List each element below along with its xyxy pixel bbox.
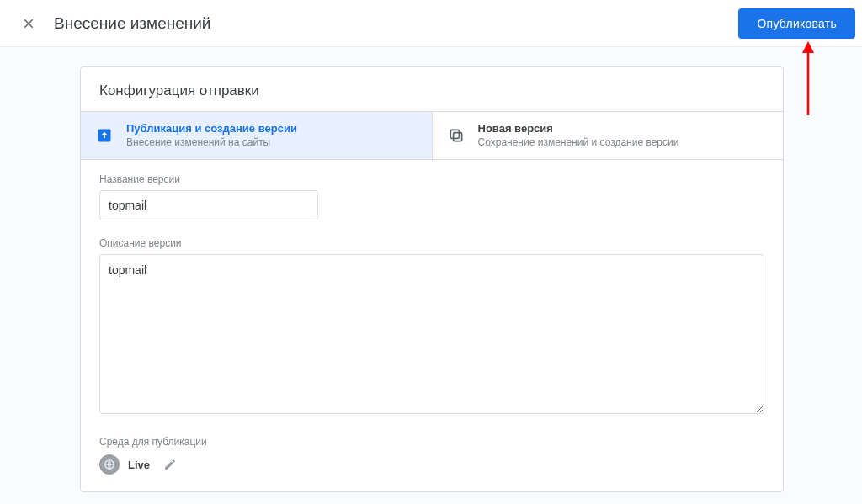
version-name-input[interactable] <box>99 190 318 220</box>
version-desc-block: Описание версии <box>99 237 764 417</box>
page-title: Внесение изменений <box>54 14 738 33</box>
tab-newversion[interactable]: Новая версия Сохранение изменений и созд… <box>432 112 784 159</box>
tab-text: Публикация и создание версии Внесение из… <box>126 122 297 149</box>
version-desc-textarea[interactable] <box>99 254 764 414</box>
tab-publish[interactable]: Публикация и создание версии Внесение из… <box>81 112 432 159</box>
svg-rect-1 <box>453 133 461 141</box>
publish-button[interactable]: Опубликовать <box>738 8 855 39</box>
tab-sub: Внесение изменений на сайты <box>126 136 297 150</box>
version-name-label: Название версии <box>99 173 764 185</box>
env-block: Среда для публикации Live <box>99 436 764 475</box>
version-desc-label: Описание версии <box>99 237 764 249</box>
tab-heading: Новая версия <box>478 122 679 136</box>
tab-sub: Сохранение изменений и создание версии <box>478 136 679 150</box>
card-body: Название версии Описание версии Среда дл… <box>81 160 783 491</box>
pencil-icon[interactable] <box>163 458 177 471</box>
env-label: Среда для публикации <box>99 436 764 448</box>
tab-heading: Публикация и создание версии <box>126 122 297 136</box>
config-card: Конфигурация отправки Публикация и созда… <box>80 66 784 492</box>
env-row: Live <box>99 454 764 475</box>
upload-icon <box>96 127 113 144</box>
card-title: Конфигурация отправки <box>81 67 783 111</box>
page-root: Внесение изменений Опубликовать Конфигур… <box>0 0 862 504</box>
copy-icon <box>448 127 465 144</box>
tabs: Публикация и создание версии Внесение из… <box>81 111 783 160</box>
env-name: Live <box>128 459 150 471</box>
svg-rect-2 <box>450 130 459 139</box>
close-icon[interactable] <box>12 7 45 40</box>
tab-text: Новая версия Сохранение изменений и созд… <box>478 122 679 149</box>
annotation-arrow-icon <box>802 41 814 115</box>
header: Внесение изменений Опубликовать <box>0 0 862 47</box>
globe-icon <box>99 454 120 475</box>
